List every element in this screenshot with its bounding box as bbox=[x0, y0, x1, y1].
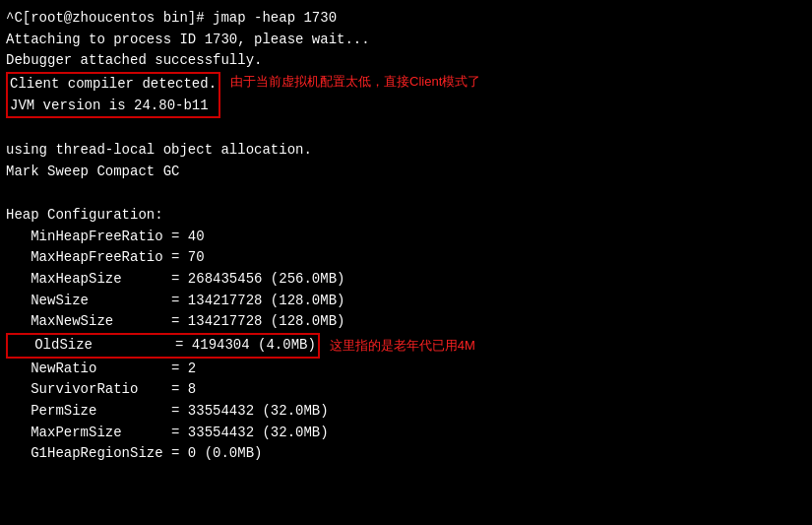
newratio-line: NewRatio = 2 bbox=[6, 359, 806, 380]
newsize-line: NewSize = 134217728 (128.0MB) bbox=[6, 291, 806, 312]
maxheapsize-line: MaxHeapSize = 268435456 (256.0MB) bbox=[6, 269, 806, 291]
maxheapfreeratio-line: MaxHeapFreeRatio = 70 bbox=[6, 247, 806, 269]
maxpermsize-line: MaxPermSize = 33554432 (32.0MB) bbox=[6, 423, 806, 444]
gc-line: Mark Sweep Compact GC bbox=[6, 162, 806, 183]
debugger-line: Debugger attached successfully. bbox=[6, 50, 806, 72]
annotation-client: 由于当前虚拟机配置太低，直接Client模式了 bbox=[230, 72, 480, 92]
annotation-oldsize: 这里指的是老年代已用4M bbox=[330, 336, 475, 356]
survivorratio-line: SurvivorRatio = 8 bbox=[6, 379, 806, 401]
terminal-container: ^C[root@zhoucentos bin]# jmap -heap 1730… bbox=[6, 8, 806, 465]
attaching-line: Attaching to process ID 1730, please wai… bbox=[6, 30, 806, 51]
heap-config-label: Heap Configuration: bbox=[6, 205, 806, 227]
client2-line: JVM version is 24.80-b11 bbox=[10, 96, 217, 117]
blank2 bbox=[6, 183, 806, 205]
oldsize-line: OldSize = 4194304 (4.0MB) bbox=[6, 333, 320, 359]
cmd-line: ^C[root@zhoucentos bin]# jmap -heap 1730 bbox=[6, 8, 806, 30]
maxnewsize-line: MaxNewSize = 134217728 (128.0MB) bbox=[6, 311, 806, 333]
minheap-line: MinHeapFreeRatio = 40 bbox=[6, 227, 806, 248]
thread-line: using thread-local object allocation. bbox=[6, 140, 806, 162]
blank1 bbox=[6, 118, 806, 140]
g1heap-line: G1HeapRegionSize = 0 (0.0MB) bbox=[6, 443, 806, 465]
permsize-line: PermSize = 33554432 (32.0MB) bbox=[6, 401, 806, 423]
client1-line: Client compiler detected. bbox=[10, 74, 217, 96]
